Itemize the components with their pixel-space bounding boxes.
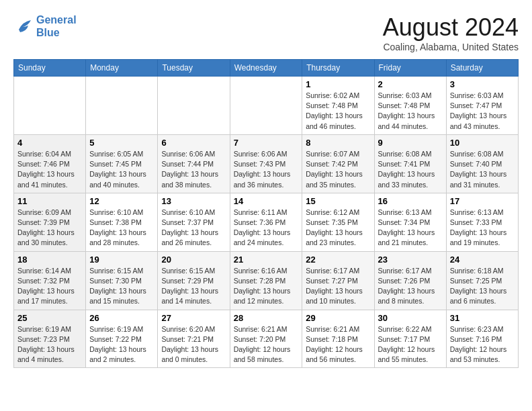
col-friday: Friday (374, 60, 446, 77)
day-info: Sunrise: 6:10 AM Sunset: 7:38 PM Dayligh… (89, 208, 154, 248)
col-thursday: Thursday (302, 60, 374, 77)
calendar-header-row: Sunday Monday Tuesday Wednesday Thursday… (14, 60, 519, 77)
table-row: 29Sunrise: 6:21 AM Sunset: 7:18 PM Dayli… (302, 310, 374, 368)
table-row: 19Sunrise: 6:15 AM Sunset: 7:30 PM Dayli… (86, 251, 158, 310)
day-number: 8 (306, 138, 370, 148)
calendar-week-row: 18Sunrise: 6:14 AM Sunset: 7:32 PM Dayli… (14, 251, 519, 310)
table-row: 12Sunrise: 6:10 AM Sunset: 7:38 PM Dayli… (86, 193, 158, 251)
table-row: 26Sunrise: 6:19 AM Sunset: 7:22 PM Dayli… (86, 310, 158, 368)
day-info: Sunrise: 6:03 AM Sunset: 7:47 PM Dayligh… (450, 91, 515, 132)
col-wednesday: Wednesday (230, 60, 302, 77)
table-row (14, 77, 86, 135)
calendar-week-row: 1Sunrise: 6:02 AM Sunset: 7:48 PM Daylig… (14, 77, 519, 135)
table-row: 8Sunrise: 6:07 AM Sunset: 7:42 PM Daylig… (302, 134, 374, 193)
day-info: Sunrise: 6:15 AM Sunset: 7:30 PM Dayligh… (89, 266, 154, 307)
day-number: 4 (17, 138, 82, 148)
day-info: Sunrise: 6:12 AM Sunset: 7:35 PM Dayligh… (306, 208, 370, 248)
table-row: 10Sunrise: 6:08 AM Sunset: 7:40 PM Dayli… (446, 134, 518, 193)
day-number: 17 (450, 196, 515, 206)
day-number: 24 (450, 255, 515, 265)
day-number: 20 (161, 255, 226, 265)
day-number: 19 (89, 255, 154, 265)
day-info: Sunrise: 6:08 AM Sunset: 7:40 PM Dayligh… (450, 149, 515, 190)
day-number: 26 (89, 313, 154, 323)
day-number: 30 (378, 313, 443, 323)
table-row: 25Sunrise: 6:19 AM Sunset: 7:23 PM Dayli… (14, 310, 86, 368)
table-row: 28Sunrise: 6:21 AM Sunset: 7:20 PM Dayli… (230, 310, 302, 368)
month-title: August 2024 (383, 13, 519, 42)
day-number: 3 (450, 79, 515, 89)
day-info: Sunrise: 6:10 AM Sunset: 7:37 PM Dayligh… (161, 208, 226, 248)
table-row: 5Sunrise: 6:05 AM Sunset: 7:45 PM Daylig… (86, 134, 158, 193)
day-number: 12 (89, 196, 154, 206)
day-number: 28 (234, 313, 299, 323)
table-row: 11Sunrise: 6:09 AM Sunset: 7:39 PM Dayli… (14, 193, 86, 251)
day-number: 10 (450, 138, 515, 148)
day-number: 7 (234, 138, 299, 148)
day-info: Sunrise: 6:02 AM Sunset: 7:48 PM Dayligh… (306, 91, 370, 132)
table-row: 17Sunrise: 6:13 AM Sunset: 7:33 PM Dayli… (446, 193, 518, 251)
logo: GeneralBlue (13, 13, 77, 39)
day-info: Sunrise: 6:19 AM Sunset: 7:22 PM Dayligh… (89, 324, 154, 365)
day-info: Sunrise: 6:04 AM Sunset: 7:46 PM Dayligh… (17, 149, 82, 190)
table-row: 30Sunrise: 6:22 AM Sunset: 7:17 PM Dayli… (374, 310, 446, 368)
table-row (230, 77, 302, 135)
day-info: Sunrise: 6:09 AM Sunset: 7:39 PM Dayligh… (17, 208, 82, 248)
day-number: 23 (378, 255, 443, 265)
day-number: 31 (450, 313, 515, 323)
day-number: 21 (234, 255, 299, 265)
day-info: Sunrise: 6:20 AM Sunset: 7:21 PM Dayligh… (161, 324, 226, 365)
day-info: Sunrise: 6:11 AM Sunset: 7:36 PM Dayligh… (234, 208, 299, 248)
day-info: Sunrise: 6:18 AM Sunset: 7:25 PM Dayligh… (450, 266, 515, 307)
table-row (86, 77, 158, 135)
day-info: Sunrise: 6:05 AM Sunset: 7:45 PM Dayligh… (89, 149, 154, 190)
table-row: 15Sunrise: 6:12 AM Sunset: 7:35 PM Dayli… (302, 193, 374, 251)
table-row: 24Sunrise: 6:18 AM Sunset: 7:25 PM Dayli… (446, 251, 518, 310)
table-row: 4Sunrise: 6:04 AM Sunset: 7:46 PM Daylig… (14, 134, 86, 193)
calendar-week-row: 25Sunrise: 6:19 AM Sunset: 7:23 PM Dayli… (14, 310, 519, 368)
day-info: Sunrise: 6:17 AM Sunset: 7:27 PM Dayligh… (306, 266, 370, 307)
table-row: 1Sunrise: 6:02 AM Sunset: 7:48 PM Daylig… (302, 77, 374, 135)
title-area: August 2024 Coaling, Alabama, United Sta… (383, 13, 519, 52)
calendar-table: Sunday Monday Tuesday Wednesday Thursday… (13, 59, 519, 368)
col-tuesday: Tuesday (158, 60, 230, 77)
header: GeneralBlue August 2024 Coaling, Alabama… (13, 13, 519, 52)
day-info: Sunrise: 6:08 AM Sunset: 7:41 PM Dayligh… (378, 149, 443, 190)
day-info: Sunrise: 6:15 AM Sunset: 7:29 PM Dayligh… (161, 266, 226, 307)
day-number: 13 (161, 196, 226, 206)
day-info: Sunrise: 6:16 AM Sunset: 7:28 PM Dayligh… (234, 266, 299, 307)
day-number: 16 (378, 196, 443, 206)
table-row: 2Sunrise: 6:03 AM Sunset: 7:48 PM Daylig… (374, 77, 446, 135)
table-row: 31Sunrise: 6:23 AM Sunset: 7:16 PM Dayli… (446, 310, 518, 368)
day-number: 29 (306, 313, 370, 323)
table-row: 21Sunrise: 6:16 AM Sunset: 7:28 PM Dayli… (230, 251, 302, 310)
day-info: Sunrise: 6:13 AM Sunset: 7:34 PM Dayligh… (378, 208, 443, 248)
day-info: Sunrise: 6:13 AM Sunset: 7:33 PM Dayligh… (450, 208, 515, 248)
day-number: 22 (306, 255, 370, 265)
day-number: 5 (89, 138, 154, 148)
logo-text: GeneralBlue (36, 13, 77, 39)
day-number: 1 (306, 79, 370, 89)
table-row: 18Sunrise: 6:14 AM Sunset: 7:32 PM Dayli… (14, 251, 86, 310)
day-number: 27 (161, 313, 226, 323)
table-row: 3Sunrise: 6:03 AM Sunset: 7:47 PM Daylig… (446, 77, 518, 135)
day-number: 18 (17, 255, 82, 265)
day-number: 9 (378, 138, 443, 148)
day-number: 11 (17, 196, 82, 206)
day-info: Sunrise: 6:22 AM Sunset: 7:17 PM Dayligh… (378, 324, 443, 365)
table-row: 13Sunrise: 6:10 AM Sunset: 7:37 PM Dayli… (158, 193, 230, 251)
location-subtitle: Coaling, Alabama, United States (383, 42, 519, 52)
table-row: 6Sunrise: 6:06 AM Sunset: 7:44 PM Daylig… (158, 134, 230, 193)
logo-icon (13, 16, 34, 36)
col-monday: Monday (86, 60, 158, 77)
calendar-week-row: 11Sunrise: 6:09 AM Sunset: 7:39 PM Dayli… (14, 193, 519, 251)
day-info: Sunrise: 6:03 AM Sunset: 7:48 PM Dayligh… (378, 91, 443, 132)
day-number: 14 (234, 196, 299, 206)
table-row: 23Sunrise: 6:17 AM Sunset: 7:26 PM Dayli… (374, 251, 446, 310)
table-row: 16Sunrise: 6:13 AM Sunset: 7:34 PM Dayli… (374, 193, 446, 251)
day-info: Sunrise: 6:23 AM Sunset: 7:16 PM Dayligh… (450, 324, 515, 365)
col-sunday: Sunday (14, 60, 86, 77)
day-info: Sunrise: 6:21 AM Sunset: 7:20 PM Dayligh… (234, 324, 299, 365)
day-number: 6 (161, 138, 226, 148)
day-info: Sunrise: 6:06 AM Sunset: 7:43 PM Dayligh… (234, 149, 299, 190)
